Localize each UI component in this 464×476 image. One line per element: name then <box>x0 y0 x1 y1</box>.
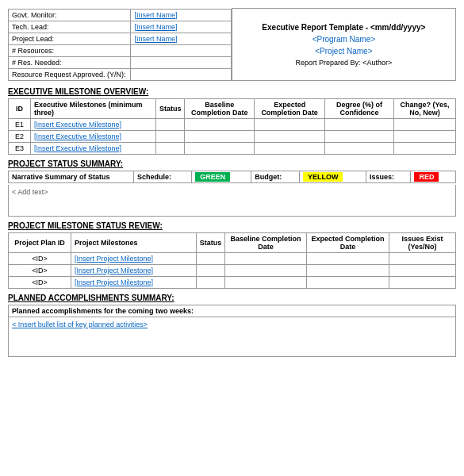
exec-milestone-2: [Insert Executive Milestone] <box>31 131 156 143</box>
pm-milestone-3: [Insert Project Milestone] <box>71 277 196 289</box>
exec-milestone-3: [Insert Executive Milestone] <box>31 143 156 155</box>
pm-col-id: Project Plan ID <box>9 233 71 253</box>
exec-id-2: E2 <box>9 131 31 143</box>
resource-request-row: Resource Request Approved. (Y/N): <box>9 68 232 80</box>
pm-issues-1 <box>389 253 456 265</box>
exec-expected-2 <box>255 131 325 143</box>
col-milestones: Executive Milestones (minimum three) <box>31 99 156 119</box>
project-milestone-title: PROJECT MILESTONE STATUS REVIEW: <box>8 221 456 230</box>
executive-row-2: E2 [Insert Executive Milestone] <box>9 131 456 143</box>
col-baseline: Baseline Completion Date <box>185 99 255 119</box>
pm-id-1: <ID> <box>9 253 71 265</box>
res-needed-label: # Res. Needed: <box>9 56 131 68</box>
pm-col-status: Status <box>196 233 225 253</box>
project-lead-label: Project Lead: <box>9 33 131 44</box>
govt-monitor-label: Govt. Monitor: <box>9 9 131 21</box>
pm-col-milestones: Project Milestones <box>71 233 196 253</box>
govt-monitor-row: Govt. Monitor: [Insert Name] <box>9 9 232 21</box>
yellow-badge: YELLOW <box>303 172 343 182</box>
header-table: Govt. Monitor: [Insert Name] Tech. Lead:… <box>8 8 456 81</box>
resources-label: # Resources: <box>9 44 131 56</box>
executive-milestone-table: ID Executive Milestones (minimum three) … <box>8 98 456 155</box>
executive-row-3: E3 [Insert Executive Milestone] <box>9 143 456 155</box>
resource-request-value <box>131 68 231 80</box>
schedule-label: Schedule: <box>133 171 191 183</box>
exec-expected-3 <box>255 143 325 155</box>
exec-change-2 <box>393 131 455 143</box>
col-id: ID <box>9 99 31 119</box>
col-confidence: Degree (%) of Confidence <box>325 99 394 119</box>
exec-status-3 <box>155 143 185 155</box>
exec-status-1 <box>155 119 185 131</box>
exec-status-2 <box>155 131 185 143</box>
accomplishments-body-row: < Insert bullet list of key planned acti… <box>9 317 456 357</box>
header-right: Executive Report Template - <mm/dd/yyyy>… <box>232 9 455 81</box>
pm-col-issues: Issues Exist (Yes/No) <box>389 233 456 253</box>
exec-baseline-3 <box>185 143 255 155</box>
executive-milestone-title: EXECUTIVE MILESTONE OVERVIEW: <box>8 87 456 96</box>
pm-milestone-1: [Insert Project Milestone] <box>71 253 196 265</box>
pm-baseline-3 <box>225 277 306 289</box>
pm-col-baseline: Baseline Completion Date <box>225 233 306 253</box>
exec-confidence-3 <box>325 143 394 155</box>
pm-issues-2 <box>389 265 456 277</box>
project-milestone-header: Project Plan ID Project Milestones Statu… <box>9 233 456 253</box>
tech-lead-value: [Insert Name] <box>131 21 231 33</box>
executive-milestone-header: ID Executive Milestones (minimum three) … <box>9 99 456 119</box>
status-header-row: Narrative Summary of Status Schedule: GR… <box>9 171 456 183</box>
pm-expected-3 <box>306 277 389 289</box>
col-expected: Expected Completion Date <box>255 99 325 119</box>
pm-expected-2 <box>306 265 389 277</box>
pm-issues-3 <box>389 277 456 289</box>
exec-id-1: E1 <box>9 119 31 131</box>
project-name: <Project Name> <box>236 47 452 56</box>
report-title: Executive Report Template - <mm/dd/yyyy> <box>236 23 452 32</box>
report-prepared: Report Prepared By: <Author> <box>236 59 452 67</box>
accomplishments-body: < Insert bullet list of key planned acti… <box>9 317 456 357</box>
project-lead-value: [Insert Name] <box>131 33 231 44</box>
resource-request-label: Resource Request Approved. (Y/N): <box>9 68 131 80</box>
schedule-badge: GREEN <box>192 171 251 183</box>
issues-badge: RED <box>411 171 456 183</box>
header-left: Govt. Monitor: [Insert Name] Tech. Lead:… <box>8 9 232 81</box>
pm-status-3 <box>196 277 225 289</box>
project-lead-row: Project Lead: [Insert Name] <box>9 33 232 44</box>
exec-change-1 <box>393 119 455 131</box>
budget-badge: YELLOW <box>299 171 366 183</box>
accomplishments-header-row: Planned accomplishments for the coming t… <box>9 305 456 317</box>
col-status: Status <box>155 99 185 119</box>
accomplishments-title: PLANNED ACCOMPLISHMENTS SUMMARY: <box>8 294 456 302</box>
pm-status-1 <box>196 253 225 265</box>
budget-label: Budget: <box>251 171 300 183</box>
pm-id-3: <ID> <box>9 277 71 289</box>
status-text-area: < Add text> <box>8 185 456 217</box>
accomplishments-table: Planned accomplishments for the coming t… <box>8 305 456 357</box>
resources-row: # Resources: <box>9 44 232 56</box>
status-table: Narrative Summary of Status Schedule: GR… <box>8 171 456 183</box>
executive-row-1: E1 [Insert Executive Milestone] <box>9 119 456 131</box>
project-row-2: <ID> [Insert Project Milestone] <box>9 265 456 277</box>
program-name: <Program Name> <box>236 35 452 44</box>
exec-change-3 <box>393 143 455 155</box>
green-badge: GREEN <box>195 172 230 182</box>
pm-milestone-2: [Insert Project Milestone] <box>71 265 196 277</box>
exec-confidence-2 <box>325 131 394 143</box>
res-needed-value <box>131 56 231 68</box>
pm-baseline-1 <box>225 253 306 265</box>
res-needed-row: # Res. Needed: <box>9 56 232 68</box>
exec-baseline-2 <box>185 131 255 143</box>
pm-col-expected: Expected Completion Date <box>306 233 389 253</box>
exec-milestone-1: [Insert Executive Milestone] <box>31 119 156 131</box>
pm-expected-1 <box>306 253 389 265</box>
project-milestone-table: Project Plan ID Project Milestones Statu… <box>8 232 456 289</box>
pm-status-2 <box>196 265 225 277</box>
project-status-title: PROJECT STATUS SUMMARY: <box>8 159 456 168</box>
project-row-3: <ID> [Insert Project Milestone] <box>9 277 456 289</box>
narrative-label: Narrative Summary of Status <box>9 171 134 183</box>
exec-expected-1 <box>255 119 325 131</box>
tech-lead-row: Tech. Lead: [Insert Name] <box>9 21 232 33</box>
col-change: Change? (Yes, No, New) <box>393 99 455 119</box>
exec-confidence-1 <box>325 119 394 131</box>
tech-lead-label: Tech. Lead: <box>9 21 131 33</box>
project-row-1: <ID> [Insert Project Milestone] <box>9 253 456 265</box>
